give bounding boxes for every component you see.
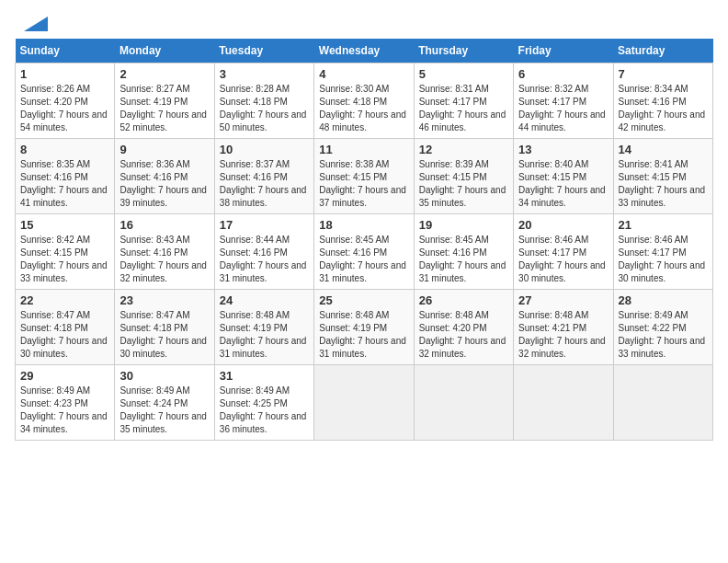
day-number: 1 <box>20 67 109 81</box>
cell-info: Sunrise: 8:49 AMSunset: 4:23 PMDaylight:… <box>20 385 109 436</box>
cell-info: Sunrise: 8:49 AMSunset: 4:25 PMDaylight:… <box>220 385 309 436</box>
calendar-cell <box>314 365 414 441</box>
day-number: 18 <box>319 218 408 232</box>
cell-info: Sunrise: 8:26 AMSunset: 4:20 PMDaylight:… <box>20 83 109 134</box>
day-number: 11 <box>319 143 408 156</box>
calendar-cell: 8Sunrise: 8:35 AMSunset: 4:16 PMDaylight… <box>16 139 115 214</box>
cell-info: Sunrise: 8:36 AMSunset: 4:16 PMDaylight:… <box>119 158 209 210</box>
cell-info: Sunrise: 8:38 AMSunset: 4:15 PMDaylight:… <box>319 158 408 210</box>
svg-marker-0 <box>24 17 48 31</box>
calendar-cell: 17Sunrise: 8:44 AMSunset: 4:16 PMDayligh… <box>214 214 313 290</box>
calendar-cell: 23Sunrise: 8:47 AMSunset: 4:18 PMDayligh… <box>115 290 214 365</box>
calendar-cell: 9Sunrise: 8:36 AMSunset: 4:16 PMDaylight… <box>115 139 214 214</box>
calendar-cell: 14Sunrise: 8:41 AMSunset: 4:15 PMDayligh… <box>613 139 712 214</box>
day-number: 29 <box>20 369 109 383</box>
cell-info: Sunrise: 8:48 AMSunset: 4:21 PMDaylight:… <box>518 309 608 361</box>
calendar-cell: 20Sunrise: 8:46 AMSunset: 4:17 PMDayligh… <box>514 214 613 290</box>
calendar-cell <box>613 365 712 441</box>
col-header-sunday: Sunday <box>16 39 115 63</box>
day-number: 21 <box>619 218 708 232</box>
cell-info: Sunrise: 8:47 AMSunset: 4:18 PMDaylight:… <box>20 309 109 361</box>
col-header-monday: Monday <box>115 39 214 63</box>
day-number: 24 <box>220 293 309 307</box>
day-number: 14 <box>619 143 708 156</box>
calendar-cell: 12Sunrise: 8:39 AMSunset: 4:15 PMDayligh… <box>414 139 513 214</box>
calendar-cell: 11Sunrise: 8:38 AMSunset: 4:15 PMDayligh… <box>314 139 414 214</box>
cell-info: Sunrise: 8:46 AMSunset: 4:17 PMDaylight:… <box>518 234 608 285</box>
cell-info: Sunrise: 8:31 AMSunset: 4:17 PMDaylight:… <box>419 83 508 134</box>
calendar-cell: 27Sunrise: 8:48 AMSunset: 4:21 PMDayligh… <box>514 290 613 365</box>
cell-info: Sunrise: 8:45 AMSunset: 4:16 PMDaylight:… <box>319 234 408 285</box>
day-number: 15 <box>20 218 109 232</box>
cell-info: Sunrise: 8:28 AMSunset: 4:18 PMDaylight:… <box>220 83 309 134</box>
cell-info: Sunrise: 8:48 AMSunset: 4:19 PMDaylight:… <box>220 309 309 361</box>
calendar-cell: 4Sunrise: 8:30 AMSunset: 4:18 PMDaylight… <box>314 63 414 139</box>
col-header-wednesday: Wednesday <box>314 39 414 63</box>
day-number: 27 <box>518 293 608 307</box>
cell-info: Sunrise: 8:37 AMSunset: 4:16 PMDaylight:… <box>220 158 309 210</box>
calendar-cell: 24Sunrise: 8:48 AMSunset: 4:19 PMDayligh… <box>214 290 313 365</box>
col-header-saturday: Saturday <box>613 39 712 63</box>
cell-info: Sunrise: 8:46 AMSunset: 4:17 PMDaylight:… <box>619 234 708 285</box>
day-number: 30 <box>119 369 209 383</box>
cell-info: Sunrise: 8:35 AMSunset: 4:16 PMDaylight:… <box>20 158 109 210</box>
week-row-0: 1Sunrise: 8:26 AMSunset: 4:20 PMDaylight… <box>16 63 713 139</box>
week-row-3: 22Sunrise: 8:47 AMSunset: 4:18 PMDayligh… <box>16 290 713 365</box>
cell-info: Sunrise: 8:40 AMSunset: 4:15 PMDaylight:… <box>518 158 608 210</box>
day-number: 26 <box>419 293 508 307</box>
cell-info: Sunrise: 8:44 AMSunset: 4:16 PMDaylight:… <box>220 234 309 285</box>
day-number: 9 <box>119 143 209 156</box>
day-number: 25 <box>319 293 408 307</box>
cell-info: Sunrise: 8:45 AMSunset: 4:16 PMDaylight:… <box>419 234 508 285</box>
logo <box>15 15 48 31</box>
week-row-2: 15Sunrise: 8:42 AMSunset: 4:15 PMDayligh… <box>16 214 713 290</box>
calendar-cell: 13Sunrise: 8:40 AMSunset: 4:15 PMDayligh… <box>514 139 613 214</box>
cell-info: Sunrise: 8:27 AMSunset: 4:19 PMDaylight:… <box>119 83 209 134</box>
cell-info: Sunrise: 8:49 AMSunset: 4:24 PMDaylight:… <box>119 385 209 436</box>
day-number: 20 <box>518 218 608 232</box>
calendar-cell <box>414 365 513 441</box>
day-number: 16 <box>119 218 209 232</box>
cell-info: Sunrise: 8:30 AMSunset: 4:18 PMDaylight:… <box>319 83 408 134</box>
cell-info: Sunrise: 8:34 AMSunset: 4:16 PMDaylight:… <box>619 83 708 134</box>
calendar-table: SundayMondayTuesdayWednesdayThursdayFrid… <box>15 39 713 441</box>
calendar-header-row: SundayMondayTuesdayWednesdayThursdayFrid… <box>16 39 713 63</box>
cell-info: Sunrise: 8:42 AMSunset: 4:15 PMDaylight:… <box>20 234 109 285</box>
calendar-cell: 1Sunrise: 8:26 AMSunset: 4:20 PMDaylight… <box>16 63 115 139</box>
day-number: 31 <box>220 369 309 383</box>
calendar-cell: 18Sunrise: 8:45 AMSunset: 4:16 PMDayligh… <box>314 214 414 290</box>
day-number: 4 <box>319 67 408 81</box>
calendar-cell: 2Sunrise: 8:27 AMSunset: 4:19 PMDaylight… <box>115 63 214 139</box>
calendar-cell: 29Sunrise: 8:49 AMSunset: 4:23 PMDayligh… <box>16 365 115 441</box>
col-header-tuesday: Tuesday <box>214 39 313 63</box>
calendar-cell: 26Sunrise: 8:48 AMSunset: 4:20 PMDayligh… <box>414 290 513 365</box>
page-header <box>15 15 713 31</box>
calendar-cell: 25Sunrise: 8:48 AMSunset: 4:19 PMDayligh… <box>314 290 414 365</box>
cell-info: Sunrise: 8:47 AMSunset: 4:18 PMDaylight:… <box>119 309 209 361</box>
calendar-cell: 19Sunrise: 8:45 AMSunset: 4:16 PMDayligh… <box>414 214 513 290</box>
day-number: 5 <box>419 67 508 81</box>
calendar-cell: 3Sunrise: 8:28 AMSunset: 4:18 PMDaylight… <box>214 63 313 139</box>
cell-info: Sunrise: 8:32 AMSunset: 4:17 PMDaylight:… <box>518 83 608 134</box>
calendar-body: 1Sunrise: 8:26 AMSunset: 4:20 PMDaylight… <box>16 63 713 441</box>
day-number: 12 <box>419 143 508 156</box>
cell-info: Sunrise: 8:48 AMSunset: 4:20 PMDaylight:… <box>419 309 508 361</box>
week-row-1: 8Sunrise: 8:35 AMSunset: 4:16 PMDaylight… <box>16 139 713 214</box>
day-number: 8 <box>20 143 109 156</box>
day-number: 6 <box>518 67 608 81</box>
calendar-cell: 21Sunrise: 8:46 AMSunset: 4:17 PMDayligh… <box>613 214 712 290</box>
cell-info: Sunrise: 8:39 AMSunset: 4:15 PMDaylight:… <box>419 158 508 210</box>
calendar-cell: 15Sunrise: 8:42 AMSunset: 4:15 PMDayligh… <box>16 214 115 290</box>
calendar-cell: 10Sunrise: 8:37 AMSunset: 4:16 PMDayligh… <box>214 139 313 214</box>
calendar-cell: 28Sunrise: 8:49 AMSunset: 4:22 PMDayligh… <box>613 290 712 365</box>
cell-info: Sunrise: 8:49 AMSunset: 4:22 PMDaylight:… <box>619 309 708 361</box>
day-number: 17 <box>220 218 309 232</box>
cell-info: Sunrise: 8:48 AMSunset: 4:19 PMDaylight:… <box>319 309 408 361</box>
calendar-cell: 6Sunrise: 8:32 AMSunset: 4:17 PMDaylight… <box>514 63 613 139</box>
calendar-cell <box>514 365 613 441</box>
day-number: 19 <box>419 218 508 232</box>
day-number: 2 <box>119 67 209 81</box>
week-row-4: 29Sunrise: 8:49 AMSunset: 4:23 PMDayligh… <box>16 365 713 441</box>
day-number: 28 <box>619 293 708 307</box>
col-header-thursday: Thursday <box>414 39 513 63</box>
